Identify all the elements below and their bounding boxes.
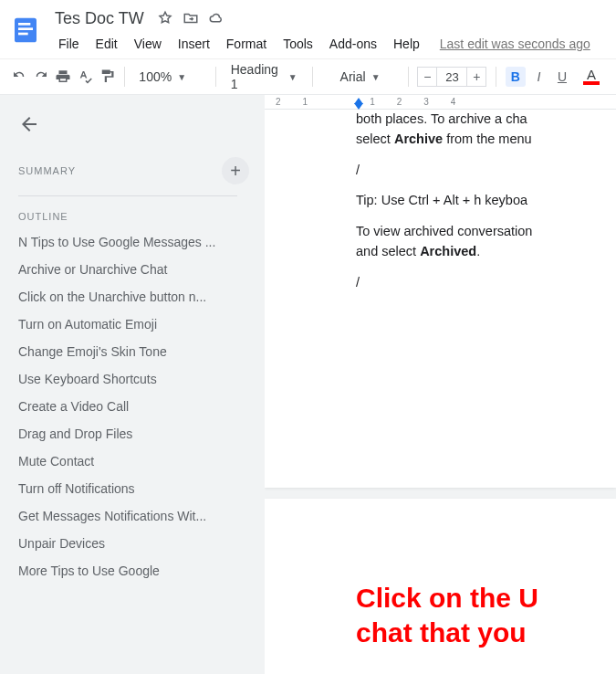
svg-rect-3 xyxy=(18,33,28,36)
svg-rect-2 xyxy=(18,27,33,30)
redo-button[interactable] xyxy=(33,65,49,89)
font-size-input[interactable] xyxy=(437,67,466,87)
text-color-button[interactable]: A xyxy=(578,67,605,87)
last-edit-link[interactable]: Last edit was seconds ago xyxy=(440,37,590,51)
menu-edit[interactable]: Edit xyxy=(89,33,125,55)
menubar: File Edit View Insert Format Tools Add-o… xyxy=(51,33,616,55)
font-size-decrease[interactable]: − xyxy=(417,67,437,87)
body-text[interactable]: both places. To archive a cha select Arc… xyxy=(356,110,616,150)
outline-item[interactable]: Turn on Automatic Emoji xyxy=(18,317,246,332)
move-icon[interactable] xyxy=(183,10,199,26)
body-text[interactable]: / xyxy=(356,273,616,293)
italic-button[interactable]: I xyxy=(531,67,547,87)
outline-item[interactable]: Turn off Notifications xyxy=(18,481,246,496)
ruler-mark: 1 xyxy=(370,97,375,107)
body-text[interactable]: To view archived conversation and select… xyxy=(356,222,616,262)
body-text[interactable]: / xyxy=(356,161,616,181)
ruler-mark: 3 xyxy=(423,97,429,107)
zoom-select[interactable]: 100%▼ xyxy=(133,66,206,88)
spellcheck-button[interactable] xyxy=(77,65,93,89)
ruler-mark: 1 xyxy=(303,97,308,107)
outline-item[interactable]: Change Emoji's Skin Tone xyxy=(18,344,246,359)
text-color-icon: A xyxy=(587,68,596,81)
outline-item[interactable]: Create a Video Call xyxy=(18,399,246,414)
outline-item[interactable]: Get Messages Notifications Wit... xyxy=(18,509,246,523)
document-area[interactable]: 2 1 1 2 3 4 both places. To archive a ch… xyxy=(265,95,616,674)
print-button[interactable] xyxy=(55,65,71,89)
heading[interactable]: Click on the U chat that you xyxy=(356,581,616,649)
outline-item[interactable]: Mute Contact xyxy=(18,454,246,469)
menu-insert[interactable]: Insert xyxy=(171,33,217,55)
ruler-mark: 4 xyxy=(451,97,456,107)
menu-format[interactable]: Format xyxy=(219,33,274,55)
menu-addons[interactable]: Add-ons xyxy=(322,33,384,55)
text-color-swatch xyxy=(583,81,600,85)
outline-panel: SUMMARY + OUTLINE N Tips to Use Google M… xyxy=(0,95,265,674)
cloud-status-icon[interactable] xyxy=(208,10,224,26)
font-value: Arial xyxy=(340,69,366,84)
summary-label: SUMMARY xyxy=(18,165,76,176)
underline-button[interactable]: U xyxy=(552,67,572,87)
font-size-increase[interactable]: + xyxy=(466,67,486,87)
chevron-down-icon: ▼ xyxy=(288,72,298,82)
toolbar: 100%▼ Heading 1▼ Arial▼ − + B I U A xyxy=(0,58,616,95)
menu-tools[interactable]: Tools xyxy=(276,33,320,55)
ruler[interactable]: 2 1 1 2 3 4 xyxy=(265,95,616,110)
outline-item[interactable]: Click on the Unarchive button n... xyxy=(18,290,246,304)
doc-title[interactable]: Tes Doc TW xyxy=(51,9,148,28)
star-icon[interactable] xyxy=(157,10,173,26)
outline-label: OUTLINE xyxy=(18,211,249,222)
outline-item[interactable]: Drag and Drop Files xyxy=(18,427,246,441)
style-value: Heading 1 xyxy=(231,62,283,91)
left-indent-marker[interactable] xyxy=(354,103,363,110)
add-summary-button[interactable]: + xyxy=(222,157,249,184)
outline-item[interactable]: Unpair Devices xyxy=(18,536,246,551)
paint-format-button[interactable] xyxy=(99,65,115,89)
ruler-mark: 2 xyxy=(276,97,281,107)
menu-file[interactable]: File xyxy=(51,33,87,55)
outline-item[interactable]: More Tips to Use Google xyxy=(18,563,246,578)
outline-item[interactable]: Use Keyboard Shortcuts xyxy=(18,372,246,386)
ruler-mark: 2 xyxy=(397,97,402,107)
paragraph-style-select[interactable]: Heading 1▼ xyxy=(225,58,303,95)
chevron-down-icon: ▼ xyxy=(371,72,381,82)
svg-rect-1 xyxy=(18,23,30,26)
undo-button[interactable] xyxy=(11,65,27,89)
font-family-select[interactable]: Arial▼ xyxy=(321,66,399,88)
body-text[interactable]: Tip: Use Ctrl + Alt + h keyboa xyxy=(356,191,616,211)
zoom-value: 100% xyxy=(139,69,172,84)
outline-item[interactable]: N Tips to Use Google Messages ... xyxy=(18,235,246,249)
chevron-down-icon: ▼ xyxy=(177,72,186,82)
close-outline-button[interactable] xyxy=(18,113,40,135)
document-page[interactable]: both places. To archive a cha select Arc… xyxy=(265,110,616,488)
document-page[interactable]: Click on the U chat that you xyxy=(265,499,616,674)
outline-item[interactable]: Archive or Unarchive Chat xyxy=(18,262,246,277)
divider xyxy=(18,195,237,196)
docs-home-icon[interactable] xyxy=(7,7,44,53)
menu-view[interactable]: View xyxy=(127,33,169,55)
bold-button[interactable]: B xyxy=(506,67,526,87)
menu-help[interactable]: Help xyxy=(386,33,427,55)
outline-list: N Tips to Use Google Messages ... Archiv… xyxy=(18,235,249,578)
